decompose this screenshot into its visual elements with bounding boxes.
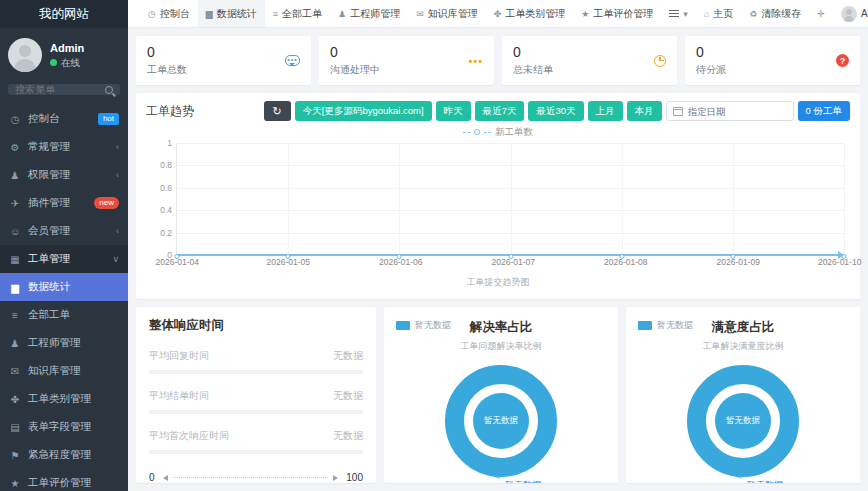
today-button[interactable]: 今天[更多源码bygoukai.com] [295,101,432,121]
tab-label: 工单类别管理 [505,7,565,21]
legend-label: 暂无数据 [657,319,693,332]
pie-legend[interactable]: 暂无数据 [396,319,451,332]
user-panel: Admin 在线 [0,28,128,80]
tab-data-statistics[interactable]: ▆ 数据统计 [198,0,265,27]
pie-legend[interactable]: 暂无数据 [638,319,693,332]
sidebar-item-urgency-levels[interactable]: ⚑ 紧急程度管理 [0,441,128,469]
sidebar-item-plugins[interactable]: ✈ 插件管理 new [0,189,128,217]
sidebar-item-engineers[interactable]: ♟ 工程师管理 [0,329,128,357]
stat-card-in-progress: 0 沟通处理中 ••• [319,36,494,85]
trend-header: 工单趋势 ↻ 今天[更多源码bygoukai.com] 昨天 最近7天 最近30… [146,101,850,121]
user-menu[interactable]: Admin [833,0,868,27]
sidebar-item-label: 工单管理 [28,252,70,266]
last-7-days-button[interactable]: 最近7天 [475,101,525,121]
sidebar-item-knowledge-base[interactable]: ✉ 知识库管理 [0,357,128,385]
legend-label: 暂无数据 [415,319,451,332]
yesterday-button[interactable]: 昨天 [436,101,471,121]
brand-title: 我的网站 [0,0,128,28]
sidebar-item-label: 工单评价管理 [28,476,91,490]
ticket-count-button[interactable]: 0 份工单 [798,101,850,121]
refresh-icon: ↻ [273,105,282,117]
sidebar-item-form-fields[interactable]: ▤ 表单字段管理 [0,413,128,441]
gridline [733,143,734,255]
users-icon: ♟ [338,9,346,19]
leaf-icon: ✤ [9,394,21,405]
table-icon: ▦ [9,254,21,265]
progress-bar [149,410,363,414]
date-input[interactable] [688,106,787,117]
response-row-label: 平均回复时间 [149,349,209,363]
x-tick: 2026-01-09 [716,257,759,267]
chevron-left-icon: ‹ [116,170,119,180]
sidebar-item-tickets[interactable]: ▦ 工单管理 ∨ [0,245,128,273]
stat-value: 0 [330,44,380,60]
tab-dashboard[interactable]: ◷ 控制台 [140,0,198,27]
comment-icon: ••• [285,55,300,66]
sidebar-search[interactable] [8,84,120,95]
sidebar-item-data-statistics[interactable]: ▆ 数据统计 [0,273,128,301]
chart-legend[interactable]: 新工单数 [146,125,850,139]
search-input[interactable] [15,84,101,95]
clear-cache-button[interactable]: ♻ 清除缓存 [741,0,809,27]
sidebar-item-permissions[interactable]: ♟ 权限管理 ‹ [0,161,128,189]
tab-list-dropdown[interactable]: ▾ [661,0,696,27]
sidebar-item-ticket-reviews[interactable]: ★ 工单评价管理 [0,469,128,491]
donut-center-label: 暂无数据 [715,393,771,449]
tab-knowledge-base[interactable]: ✉ 知识库管理 [408,0,486,27]
list-icon [669,10,679,17]
this-month-button[interactable]: 本月 [627,101,662,121]
star-icon: ★ [9,478,21,489]
sidebar-item-ticket-categories[interactable]: ✤ 工单类别管理 [0,385,128,413]
tab-ticket-reviews[interactable]: ★ 工单评价管理 [573,0,661,27]
pie-subtitle: 工单解决满意度比例 [636,340,850,353]
star-icon: ★ [581,9,589,19]
last-30-days-button[interactable]: 最近30天 [528,101,583,121]
sidebar-item-dashboard[interactable]: ◷ 控制台 hot [0,105,128,133]
x-tick: 2026-01-10 [818,257,861,267]
sidebar-item-general[interactable]: ⚙ 常规管理 ‹ [0,133,128,161]
range-slider[interactable]: 0 100 [149,472,363,483]
calendar-icon [673,107,683,116]
slider-track[interactable] [173,477,329,478]
content: 0 工单总数 ••• 0 沟通处理中 ••• 0 总未结单 [128,28,868,491]
donut-chart[interactable]: 暂无数据 [445,365,557,477]
gridline [288,143,289,255]
avatar [841,6,857,22]
progress-bar [149,450,363,454]
last-month-button[interactable]: 上月 [588,101,623,121]
refresh-button[interactable]: ↻ [264,101,291,121]
tab-label: 工单评价管理 [593,7,653,21]
comments-icon: ✉ [416,9,424,19]
donut-center-label: 暂无数据 [473,393,529,449]
arrow-left-icon [160,475,168,481]
search-icon[interactable] [105,86,113,94]
tab-engineers[interactable]: ♟ 工程师管理 [330,0,408,27]
trash-icon: ♻ [749,9,757,19]
response-row-value: 无数据 [333,389,363,403]
tab-all-tickets[interactable]: ≡ 全部工单 [265,0,330,27]
home-icon: ⌂ [704,9,709,19]
home-label: 主页 [713,7,733,21]
sidebar-item-all-tickets[interactable]: ≡ 全部工单 [0,301,128,329]
sidebar-item-members[interactable]: ☺ 会员管理 ‹ [0,217,128,245]
list-icon: ≡ [9,310,21,321]
tab-ticket-categories[interactable]: ✤ 工单类别管理 [486,0,574,27]
sidebar-item-label: 工单类别管理 [28,392,91,406]
dashboard-icon: ◷ [148,9,156,19]
pie-callout: 暂无数据 [663,477,823,483]
stat-cards: 0 工单总数 ••• 0 沟通处理中 ••• 0 总未结单 [136,36,860,85]
date-range-picker[interactable] [666,101,794,121]
stat-card-unclosed: 0 总未结单 [502,36,677,85]
stat-label: 待分派 [696,63,726,77]
response-row-value: 无数据 [333,429,363,443]
donut-chart[interactable]: 暂无数据 [687,365,799,477]
fullscreen-button[interactable]: ✛ [809,0,833,27]
home-button[interactable]: ⌂ 主页 [696,0,741,27]
x-axis: 2026-01-04 2026-01-05 2026-01-06 2026-01… [160,257,850,269]
legend-swatch [396,321,410,330]
y-tick: 0.4 [160,205,172,215]
response-row-value: 无数据 [333,349,363,363]
bar-chart-icon: ▆ [9,282,21,293]
tab-label: 知识库管理 [428,7,478,21]
comments-icon: ✉ [9,366,21,377]
